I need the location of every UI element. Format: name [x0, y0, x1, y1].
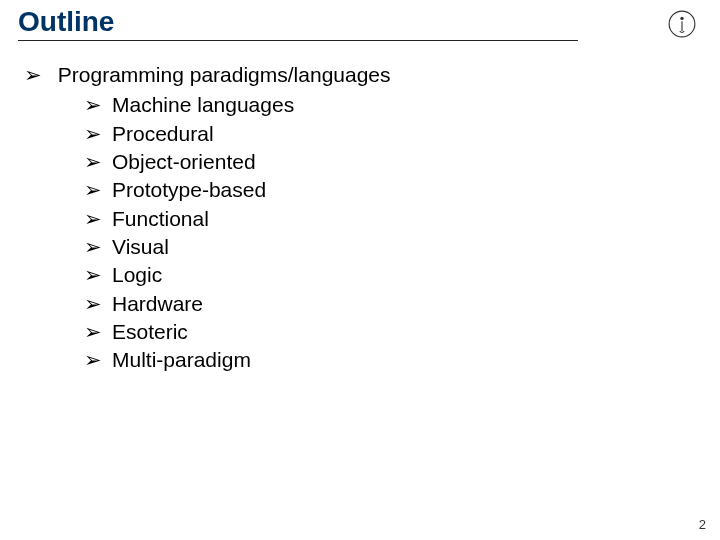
inner-list: Machine languages Procedural Object-orie…: [24, 91, 702, 374]
slide-title: Outline: [18, 6, 702, 40]
sub-item-text: Hardware: [112, 292, 203, 315]
list-item: Functional: [84, 205, 702, 233]
sub-item-text: Machine languages: [112, 93, 294, 116]
sub-item-text: Prototype-based: [112, 178, 266, 201]
list-item: Prototype-based: [84, 176, 702, 204]
list-item: Logic: [84, 261, 702, 289]
sub-item-text: Visual: [112, 235, 169, 258]
content-area: Programming paradigms/languages Machine …: [18, 61, 702, 375]
list-item: Hardware: [84, 290, 702, 318]
slide: Outline Programming paradigms/languages …: [0, 0, 720, 540]
list-item: Object-oriented: [84, 148, 702, 176]
sub-item-text: Multi-paradigm: [112, 348, 251, 371]
list-item: Esoteric: [84, 318, 702, 346]
sub-item-text: Procedural: [112, 122, 214, 145]
list-item: Multi-paradigm: [84, 346, 702, 374]
svg-point-1: [680, 17, 683, 20]
sub-item-text: Esoteric: [112, 320, 188, 343]
outer-list: Programming paradigms/languages Machine …: [18, 61, 702, 375]
title-underline: [18, 40, 578, 41]
list-item: Procedural: [84, 120, 702, 148]
list-item: Programming paradigms/languages Machine …: [24, 61, 702, 375]
page-number: 2: [699, 517, 706, 532]
sub-item-text: Functional: [112, 207, 209, 230]
list-item: Visual: [84, 233, 702, 261]
list-item: Machine languages: [84, 91, 702, 119]
main-item-text: Programming paradigms/languages: [58, 63, 391, 86]
logo-icon: [668, 10, 696, 38]
sub-item-text: Object-oriented: [112, 150, 256, 173]
sub-item-text: Logic: [112, 263, 162, 286]
